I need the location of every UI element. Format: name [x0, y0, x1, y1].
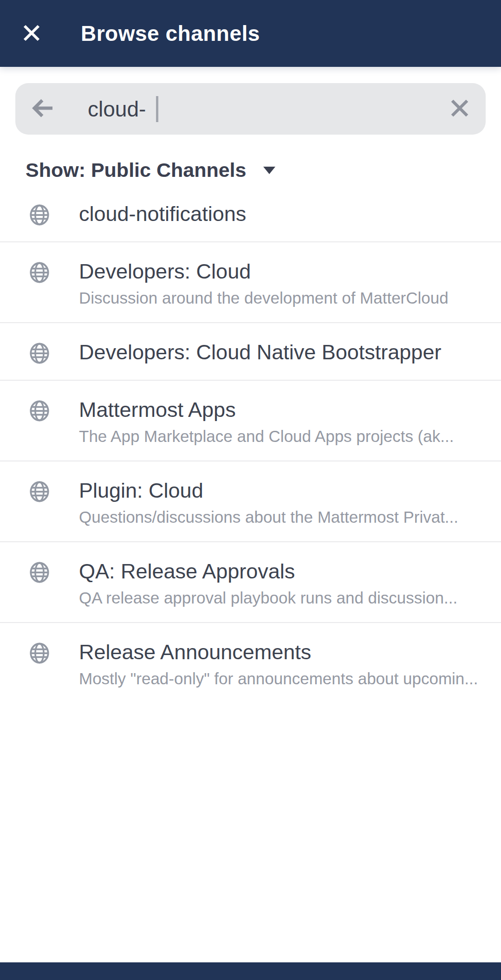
channel-row-text: Release Announcements Mostly "read-only"…: [79, 638, 501, 690]
channel-row-text: Plugin: Cloud Questions/discussions abou…: [79, 476, 501, 528]
globe-icon: [0, 257, 79, 284]
channel-name: Plugin: Cloud: [79, 476, 494, 505]
channel-row-text: cloud-notifications: [79, 200, 501, 228]
channel-name: Release Announcements: [79, 638, 494, 667]
channel-row[interactable]: Mattermost Apps The App Marketplace and …: [0, 381, 501, 461]
channel-row[interactable]: Plugin: Cloud Questions/discussions abou…: [0, 461, 501, 542]
channel-row[interactable]: Developers: Cloud Native Bootstrapper: [0, 323, 501, 381]
filter-label: Show: Public Channels: [26, 156, 246, 184]
back-button[interactable]: [31, 97, 55, 121]
globe-icon: [0, 396, 79, 422]
close-button[interactable]: [17, 19, 46, 48]
channel-row[interactable]: Developers: Cloud Discussion around the …: [0, 242, 501, 323]
search-bar[interactable]: [15, 83, 486, 135]
search-bar-container: [0, 67, 501, 135]
browse-channels-screen: Browse channels: [0, 0, 501, 980]
clear-search-button[interactable]: [448, 97, 472, 121]
channel-description: Discussion around the development of Mat…: [79, 287, 494, 309]
globe-icon: [0, 338, 79, 365]
channel-name: Developers: Cloud Native Bootstrapper: [79, 338, 494, 367]
page-title: Browse channels: [81, 21, 260, 46]
channel-list: cloud-notifications Developers: Cloud: [0, 185, 501, 703]
globe-icon: [0, 557, 79, 584]
channel-row[interactable]: QA: Release Approvals QA release approva…: [0, 542, 501, 623]
channel-name: Mattermost Apps: [79, 396, 494, 424]
close-icon: [21, 22, 42, 45]
channel-description: The App Marketplace and Cloud Apps proje…: [79, 425, 494, 448]
globe-icon: [0, 476, 79, 503]
channel-description: Questions/discussions about the Mattermo…: [79, 506, 494, 528]
channel-name: Developers: Cloud: [79, 257, 494, 286]
channel-row-text: QA: Release Approvals QA release approva…: [79, 557, 501, 609]
channel-name: QA: Release Approvals: [79, 557, 494, 586]
channel-row-text: Developers: Cloud Discussion around the …: [79, 257, 501, 309]
channel-row-text: Mattermost Apps The App Marketplace and …: [79, 396, 501, 448]
channel-row-text: Developers: Cloud Native Bootstrapper: [79, 338, 501, 367]
channel-row[interactable]: cloud-notifications: [0, 185, 501, 242]
channel-filter-dropdown[interactable]: Show: Public Channels: [26, 156, 501, 184]
caret-down-icon: [263, 166, 276, 176]
bottom-nav-bar: [0, 962, 501, 980]
channel-name: cloud-notifications: [79, 200, 494, 228]
text-cursor: [156, 96, 158, 122]
header: Browse channels: [0, 0, 501, 67]
globe-icon: [0, 200, 79, 227]
arrow-left-icon: [32, 97, 55, 121]
globe-icon: [0, 638, 79, 665]
channel-row[interactable]: Release Announcements Mostly "read-only"…: [0, 623, 501, 703]
clear-icon: [449, 98, 470, 120]
channel-description: QA release approval playbook runs and di…: [79, 587, 494, 609]
channel-description: Mostly "read-only" for announcements abo…: [79, 668, 494, 690]
search-input[interactable]: [88, 97, 156, 122]
